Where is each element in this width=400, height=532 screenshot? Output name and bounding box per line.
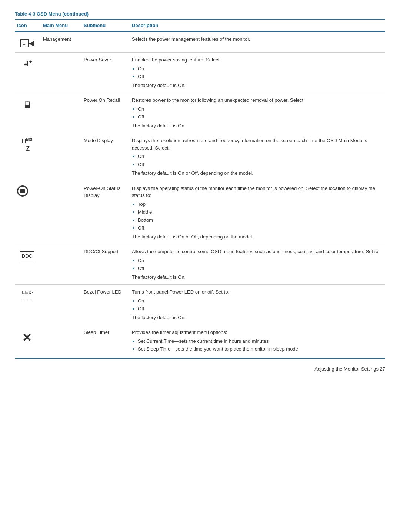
bullet-item: Bottom [132, 217, 381, 224]
bullet-item: Middle [132, 208, 381, 216]
bullet-item: Off [132, 73, 381, 80]
col-icon: Icon [15, 19, 41, 31]
submenu-cell [81, 31, 130, 53]
main-menu-cell [41, 93, 81, 133]
description-cell: Displays the resolution, refresh rate an… [130, 133, 385, 181]
submenu-cell: Power-On Status Display [81, 181, 130, 244]
main-menu-cell: Management [41, 31, 81, 53]
col-submenu: Submenu [81, 19, 130, 31]
description-cell: Allows the computer to control some OSD … [130, 244, 385, 285]
bullet-item: On [132, 153, 381, 160]
table-row: Power-On Status Display Displays the ope… [15, 181, 385, 244]
sleep-timer-icon [23, 334, 31, 344]
table-row: ·LED· · · · Bezel Power LED Turns front … [15, 285, 385, 325]
icon-cell: H598 Z [15, 133, 41, 181]
bezel-led-icon: ·LED· · · · [20, 293, 34, 302]
icon-cell: ≡◀ [15, 31, 41, 53]
table-row: DDC DDC/CI Support Allows the computer t… [15, 244, 385, 285]
bullet-item: Off [132, 305, 381, 312]
icon-cell [15, 181, 41, 244]
submenu-cell: DDC/CI Support [81, 244, 130, 285]
submenu-cell: Bezel Power LED [81, 285, 130, 325]
bullet-item: Off [132, 224, 381, 232]
power-on-recall-icon: 🖥 [23, 100, 31, 110]
main-menu-cell [41, 133, 81, 181]
icon-cell: ·LED· · · · [15, 285, 41, 325]
description-cell: Enables the power saving feature. Select… [130, 53, 385, 93]
bullet-item: Top [132, 201, 381, 208]
bullet-item: On [132, 65, 381, 73]
description-cell: Selects the power management features of… [130, 31, 385, 53]
table-row: H598 Z Mode Display Displays the resolut… [15, 133, 385, 181]
desc-text: Displays the resolution, refresh rate an… [132, 138, 367, 151]
desc-text: Selects the power management features of… [132, 36, 250, 42]
ddc-ci-icon: DDC [20, 250, 34, 260]
bullet-item: Off [132, 113, 381, 121]
bullet-item: On [132, 106, 381, 113]
submenu-cell: Mode Display [81, 133, 130, 181]
desc-text: Restores power to the monitor following … [132, 97, 305, 103]
submenu-cell: Power On Recall [81, 93, 130, 133]
table-title: Table 4-3 OSD Menu (continued) [15, 11, 385, 17]
desc-text: Turns front panel Power LED on or off. S… [132, 289, 229, 295]
note-text: The factory default is On. [132, 274, 381, 281]
bullet-item: Off [132, 265, 381, 272]
bullet-item: On [132, 297, 381, 305]
submenu-cell: Power Saver [81, 53, 130, 93]
icon-cell: DDC [15, 244, 41, 285]
note-text: The factory default is On or Off, depend… [132, 170, 381, 177]
table-row: 🖥 Power On Recall Restores power to the … [15, 93, 385, 133]
icon-cell [15, 325, 41, 358]
main-menu-cell [41, 285, 81, 325]
power-saver-icon: 🖥± [22, 58, 33, 68]
icon-cell: 🖥 [15, 93, 41, 133]
mode-display-icon: H598 Z [22, 143, 32, 153]
description-cell: Displays the operating status of the mon… [130, 181, 385, 244]
description-cell: Restores power to the monitor following … [130, 93, 385, 133]
description-cell: Turns front panel Power LED on or off. S… [130, 285, 385, 325]
note-text: The factory default is On. [132, 122, 381, 130]
description-cell: Provides the timer adjustment menu optio… [130, 325, 385, 358]
desc-text: Provides the timer adjustment menu optio… [132, 329, 227, 335]
main-menu-cell [41, 325, 81, 358]
col-main-menu: Main Menu [41, 19, 81, 31]
bullet-item: On [132, 257, 381, 264]
note-text: The factory default is On. [132, 314, 381, 321]
osd-menu-table: Icon Main Menu Submenu Description ≡◀ Ma… [15, 19, 385, 359]
bullet-item: Off [132, 161, 381, 168]
table-row: ≡◀ Management Selects the power manageme… [15, 31, 385, 53]
bullet-item: Set Sleep Time—sets the time you want to… [132, 345, 381, 353]
power-on-status-icon [17, 185, 37, 197]
icon-cell: 🖥± [15, 53, 41, 93]
main-menu-cell [41, 181, 81, 244]
desc-text: Allows the computer to control some OSD … [132, 249, 380, 254]
page-footer: Adjusting the Monitor Settings 27 [15, 366, 385, 372]
main-menu-cell [41, 53, 81, 93]
table-row: Sleep Timer Provides the timer adjustmen… [15, 325, 385, 358]
desc-text: Enables the power saving feature. Select… [132, 57, 221, 63]
desc-text: Displays the operating status of the mon… [132, 185, 375, 198]
note-text: The factory default is On or Off, depend… [132, 233, 381, 241]
bullet-item: Set Current Time—sets the current time i… [132, 338, 381, 345]
note-text: The factory default is On. [132, 82, 381, 89]
col-description: Description [130, 19, 385, 31]
table-row: 🖥± Power Saver Enables the power saving … [15, 53, 385, 93]
management-icon: ≡◀ [20, 38, 34, 47]
main-menu-cell [41, 244, 81, 285]
submenu-cell: Sleep Timer [81, 325, 130, 358]
